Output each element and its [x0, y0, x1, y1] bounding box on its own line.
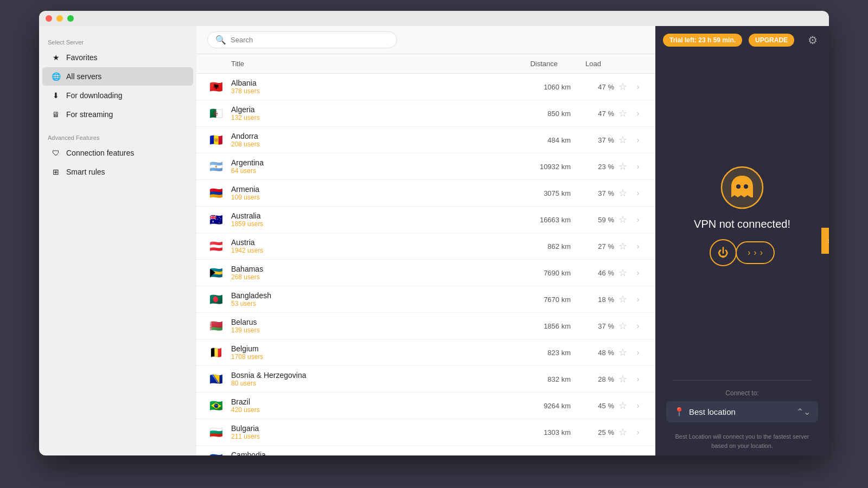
- table-row[interactable]: 🇦🇹 Austria 1942 users 862 km 27 % ☆ ›: [196, 233, 655, 260]
- power-icon: ⏻: [718, 247, 729, 259]
- expand-server-button[interactable]: ›: [631, 319, 644, 332]
- main-content: Select Server ★ Favorites 🌐 All servers …: [39, 26, 829, 455]
- expand-server-button[interactable]: ›: [631, 266, 644, 279]
- expand-server-button[interactable]: ›: [631, 373, 644, 386]
- favorite-button[interactable]: ☆: [614, 317, 631, 335]
- search-wrapper[interactable]: 🔍: [207, 31, 397, 48]
- favorite-button[interactable]: ☆: [614, 370, 631, 388]
- server-distance: 9264 km: [506, 402, 571, 410]
- expand-server-button[interactable]: ›: [631, 399, 644, 412]
- table-row[interactable]: 🇧🇾 Belarus 139 users 1856 km 37 % ☆ ›: [196, 313, 655, 339]
- connect-track[interactable]: › › ›: [736, 241, 775, 264]
- server-info: Armenia 109 users: [231, 185, 506, 201]
- favorite-button[interactable]: ☆: [614, 344, 631, 361]
- table-row[interactable]: 🇧🇷 Brazil 420 users 9264 km 45 % ☆ ›: [196, 393, 655, 419]
- server-name: Argentina: [231, 158, 506, 167]
- power-button[interactable]: ⏻: [710, 239, 737, 266]
- favorite-button[interactable]: ☆: [614, 158, 631, 175]
- table-row[interactable]: 🇦🇱 Albania 378 users 1060 km 47 % ☆ ›: [196, 74, 655, 100]
- settings-button[interactable]: ⚙: [804, 31, 821, 49]
- favorite-button[interactable]: ☆: [614, 237, 631, 255]
- expand-server-button[interactable]: ›: [631, 452, 644, 455]
- sidebar-item-all-servers[interactable]: 🌐 All servers: [42, 67, 193, 86]
- flag-icon: 🇩🇿: [207, 105, 225, 122]
- expand-server-button[interactable]: ›: [631, 107, 644, 120]
- download-icon: ⬇: [51, 91, 61, 100]
- table-row[interactable]: 🇧🇦 Bosnia & Herzegovina 80 users 832 km …: [196, 366, 655, 393]
- sidebar-item-connection-features[interactable]: 🛡 Connection features: [42, 144, 193, 162]
- table-row[interactable]: 🇧🇩 Bangladesh 53 users 7670 km 18 % ☆ ›: [196, 286, 655, 313]
- favorite-button[interactable]: ☆: [614, 211, 631, 228]
- connect-btn-area: ⏻ › › ›: [710, 239, 775, 266]
- favorite-button[interactable]: ☆: [614, 423, 631, 441]
- expand-server-button[interactable]: ›: [631, 187, 644, 200]
- expand-server-button[interactable]: ›: [631, 240, 644, 253]
- flag-icon: 🇦🇹: [207, 237, 225, 255]
- sidebar-item-label-all-servers: All servers: [66, 72, 101, 81]
- search-input[interactable]: [231, 36, 389, 44]
- minimize-button[interactable]: [56, 15, 63, 22]
- server-name: Belarus: [231, 318, 506, 326]
- sidebar: Select Server ★ Favorites 🌐 All servers …: [39, 26, 196, 455]
- favorite-button[interactable]: ☆: [614, 264, 631, 281]
- table-row[interactable]: 🇦🇩 Andorra 208 users 484 km 37 % ☆ ›: [196, 127, 655, 153]
- expand-icon: ›: [828, 236, 829, 245]
- smart-rules-icon: ⊞: [51, 167, 61, 177]
- location-selector[interactable]: 📍 Best location ⌃⌄: [666, 401, 818, 422]
- expand-server-button[interactable]: ›: [631, 213, 644, 226]
- favorite-button[interactable]: ☆: [614, 450, 631, 455]
- favorite-button[interactable]: ☆: [614, 131, 631, 149]
- right-panel: Trial left: 23 h 59 min. UPGRADE ⚙: [655, 26, 829, 455]
- title-bar: [39, 11, 829, 26]
- vpn-logo-area: VPN not connected! ⏻ › › ›: [683, 54, 801, 378]
- sidebar-item-for-downloading[interactable]: ⬇ For downloading: [42, 86, 193, 105]
- table-row[interactable]: 🇦🇷 Argentina 64 users 10932 km 23 % ☆ ›: [196, 153, 655, 180]
- server-info: Belarus 139 users: [231, 318, 506, 334]
- expand-server-button[interactable]: ›: [631, 133, 644, 146]
- server-name: Cambodia: [231, 451, 506, 455]
- server-name: Belgium: [231, 344, 506, 353]
- expand-server-button[interactable]: ›: [631, 426, 644, 439]
- favorite-button[interactable]: ☆: [614, 184, 631, 202]
- server-load: 37 %: [571, 136, 614, 144]
- server-distance: 862 km: [506, 242, 571, 251]
- server-name: Brazil: [231, 397, 506, 406]
- server-load: 28 %: [571, 375, 614, 383]
- table-row[interactable]: 🇧🇸 Bahamas 268 users 7690 km 46 % ☆ ›: [196, 260, 655, 286]
- table-row[interactable]: 🇧🇪 Belgium 1708 users 823 km 48 % ☆ ›: [196, 339, 655, 366]
- streaming-icon: 🖥: [51, 110, 61, 119]
- server-load: 23 %: [571, 163, 614, 171]
- server-distance: 16663 km: [506, 216, 571, 224]
- table-row[interactable]: 🇩🇿 Algeria 132 users 850 km 47 % ☆ ›: [196, 100, 655, 127]
- app-window: Select Server ★ Favorites 🌐 All servers …: [39, 11, 829, 455]
- table-row[interactable]: 🇦🇲 Armenia 109 users 3075 km 37 % ☆ ›: [196, 180, 655, 207]
- table-row[interactable]: 🇦🇺 Australia 1859 users 16663 km 59 % ☆ …: [196, 207, 655, 233]
- expand-server-button[interactable]: ›: [631, 80, 644, 93]
- sidebar-item-label-smart-rules: Smart rules: [66, 168, 105, 176]
- table-row[interactable]: 🇰🇭 Cambodia 91 users 9711 km 15 % ☆ ›: [196, 446, 655, 455]
- flag-icon: 🇧🇦: [207, 370, 225, 388]
- favorite-button[interactable]: ☆: [614, 78, 631, 95]
- expand-server-button[interactable]: ›: [631, 346, 644, 359]
- favorite-button[interactable]: ☆: [614, 291, 631, 308]
- server-info: Bangladesh 53 users: [231, 291, 506, 307]
- sidebar-item-smart-rules[interactable]: ⊞ Smart rules: [42, 163, 193, 181]
- favorites-icon: ★: [51, 53, 61, 62]
- expand-server-button[interactable]: ›: [631, 160, 644, 173]
- server-name: Bahamas: [231, 265, 506, 273]
- close-button[interactable]: [46, 15, 52, 22]
- server-load: 18 %: [571, 296, 614, 304]
- expand-handle[interactable]: ›: [821, 228, 829, 254]
- server-users: 1859 users: [231, 220, 506, 228]
- sidebar-item-favorites[interactable]: ★ Favorites: [42, 48, 193, 67]
- server-distance: 9711 km: [506, 455, 571, 456]
- expand-server-button[interactable]: ›: [631, 293, 644, 306]
- maximize-button[interactable]: [67, 15, 74, 22]
- favorite-button[interactable]: ☆: [614, 105, 631, 122]
- flag-icon: 🇦🇷: [207, 158, 225, 175]
- sidebar-item-for-streaming[interactable]: 🖥 For streaming: [42, 105, 193, 124]
- favorite-button[interactable]: ☆: [614, 397, 631, 414]
- table-row[interactable]: 🇧🇬 Bulgaria 211 users 1303 km 25 % ☆ ›: [196, 419, 655, 446]
- upgrade-button[interactable]: UPGRADE: [749, 34, 794, 47]
- server-info: Andorra 208 users: [231, 132, 506, 148]
